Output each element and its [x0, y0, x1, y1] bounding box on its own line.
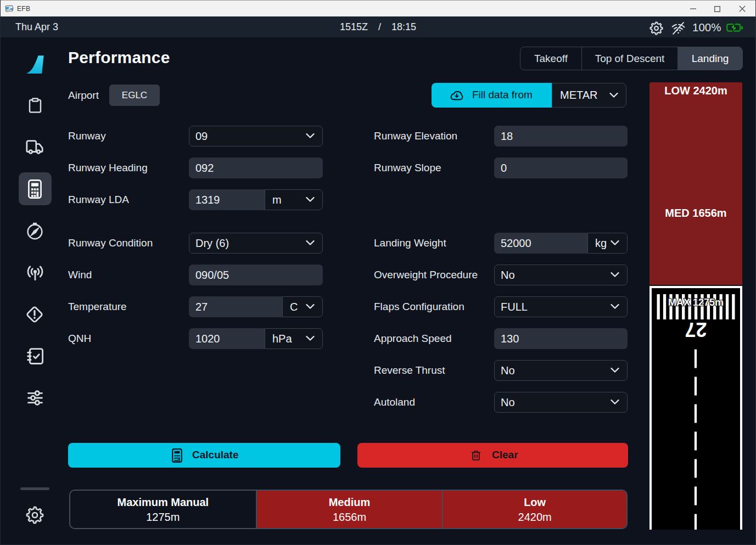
svg-text:27: 27: [685, 318, 707, 341]
svg-text:MAX 1275m: MAX 1275m: [668, 297, 724, 308]
